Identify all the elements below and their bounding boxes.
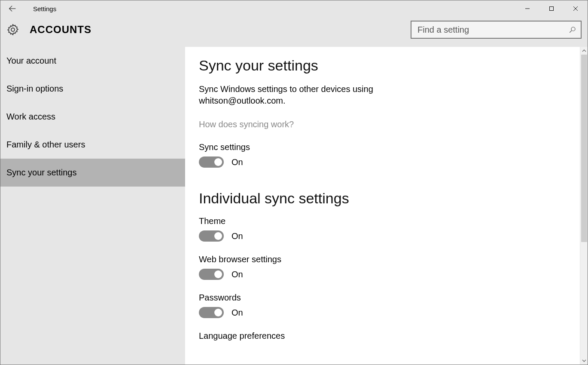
sidebar-item-label: Sync your settings — [6, 168, 76, 178]
close-button[interactable] — [564, 0, 588, 17]
theme-toggle[interactable] — [199, 230, 224, 242]
settings-window: Settings ACCOUNTS — [0, 0, 588, 365]
sync-description: Sync Windows settings to other devices u… — [199, 83, 422, 107]
toggle-language-preferences: Language preferences — [199, 331, 570, 341]
minimize-button[interactable] — [515, 0, 539, 17]
minimize-icon — [525, 6, 530, 11]
sidebar-item-label: Your account — [6, 56, 56, 66]
sidebar-item-sync-your-settings[interactable]: Sync your settings — [0, 159, 185, 187]
scroll-down-icon[interactable] — [580, 357, 588, 365]
section-heading: Individual sync settings — [199, 190, 570, 207]
web-browser-toggle[interactable] — [199, 269, 224, 280]
toggle-state: On — [232, 157, 243, 167]
toggle-state: On — [232, 231, 243, 241]
toggle-theme: Theme On — [199, 216, 570, 242]
sync-settings-toggle[interactable] — [199, 156, 224, 168]
maximize-button[interactable] — [539, 0, 564, 17]
back-button[interactable] — [3, 0, 22, 17]
maximize-icon — [549, 6, 554, 11]
category-title: ACCOUNTS — [30, 24, 91, 36]
sidebar-item-family-other-users[interactable]: Family & other users — [0, 131, 185, 159]
gear-icon — [6, 23, 19, 36]
scroll-track[interactable] — [580, 55, 588, 357]
toggle-passwords: Passwords On — [199, 293, 570, 318]
sidebar-item-sign-in-options[interactable]: Sign-in options — [0, 75, 185, 103]
content-pane: Sync your settings Sync Windows settings… — [185, 47, 588, 365]
back-arrow-icon — [8, 4, 17, 13]
window-title: Settings — [33, 5, 56, 12]
toggle-label: Web browser settings — [199, 255, 570, 264]
svg-point-5 — [11, 28, 15, 31]
titlebar: Settings — [0, 0, 588, 17]
search-icon — [569, 26, 576, 34]
sidebar-item-your-account[interactable]: Your account — [0, 47, 185, 75]
close-icon — [573, 6, 578, 11]
toggle-label: Sync settings — [199, 142, 570, 152]
sidebar-item-label: Sign-in options — [6, 84, 63, 94]
sidebar: Your account Sign-in options Work access… — [0, 47, 185, 365]
scrollbar[interactable] — [580, 47, 588, 365]
search-box[interactable] — [411, 21, 582, 39]
search-input[interactable] — [411, 21, 581, 38]
toggle-web-browser-settings: Web browser settings On — [199, 255, 570, 280]
scroll-up-icon[interactable] — [580, 47, 588, 55]
toggle-state: On — [232, 270, 243, 279]
sidebar-item-work-access[interactable]: Work access — [0, 103, 185, 131]
toggle-label: Language preferences — [199, 331, 570, 341]
page-title: Sync your settings — [199, 57, 570, 74]
svg-line-7 — [570, 31, 572, 33]
help-link[interactable]: How does syncing work? — [199, 120, 570, 129]
toggle-state: On — [232, 308, 243, 318]
passwords-toggle[interactable] — [199, 307, 224, 318]
sidebar-item-label: Work access — [6, 112, 55, 122]
svg-point-6 — [571, 27, 575, 31]
toggle-sync-settings: Sync settings On — [199, 142, 570, 168]
toggle-label: Passwords — [199, 293, 570, 303]
scroll-thumb[interactable] — [581, 55, 587, 242]
svg-rect-2 — [550, 7, 554, 11]
sidebar-item-label: Family & other users — [6, 140, 85, 150]
toggle-label: Theme — [199, 216, 570, 226]
header: ACCOUNTS — [0, 17, 588, 47]
